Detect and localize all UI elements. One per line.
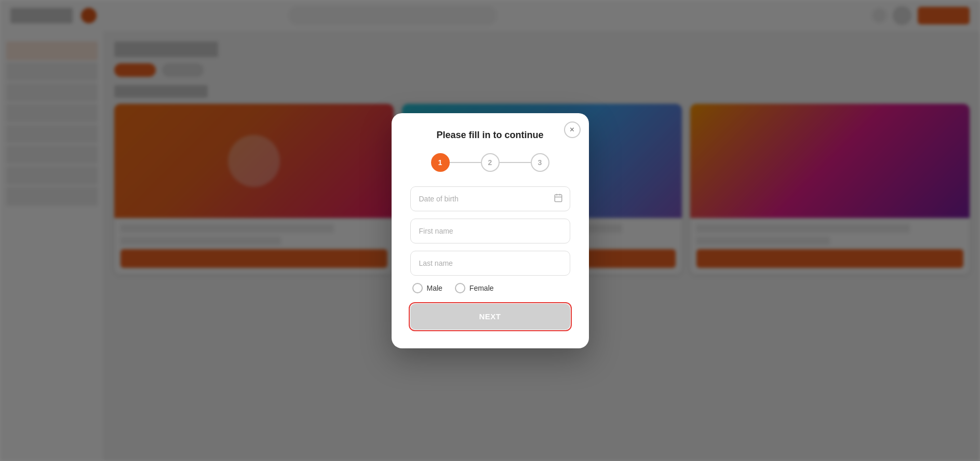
next-button[interactable]: NEXT — [410, 304, 570, 330]
gender-male-option[interactable]: Male — [412, 283, 442, 293]
first-name-input[interactable] — [410, 219, 570, 243]
next-button-wrap: NEXT — [410, 304, 570, 330]
last-name-field — [410, 251, 570, 276]
female-label: Female — [469, 284, 494, 292]
close-icon: × — [570, 125, 574, 134]
dob-field — [410, 186, 570, 211]
step-line-2 — [500, 162, 531, 163]
radio-female — [455, 283, 465, 293]
step-3: 3 — [531, 153, 549, 172]
step-line-1 — [450, 162, 481, 163]
step-2: 2 — [481, 153, 500, 172]
step-1: 1 — [431, 153, 450, 172]
dob-input[interactable] — [410, 186, 570, 211]
first-name-field — [410, 219, 570, 243]
modal-title: Please fill in to continue — [410, 130, 570, 141]
gender-female-option[interactable]: Female — [455, 283, 494, 293]
radio-male — [412, 283, 423, 293]
modal-overlay: × Please fill in to continue 1 2 3 — [0, 0, 980, 461]
gender-row: Male Female — [412, 283, 570, 293]
modal-close-button[interactable]: × — [564, 121, 581, 138]
modal-dialog: × Please fill in to continue 1 2 3 — [392, 113, 589, 348]
steps-indicator: 1 2 3 — [410, 153, 570, 172]
last-name-input[interactable] — [410, 251, 570, 276]
male-label: Male — [427, 284, 442, 292]
